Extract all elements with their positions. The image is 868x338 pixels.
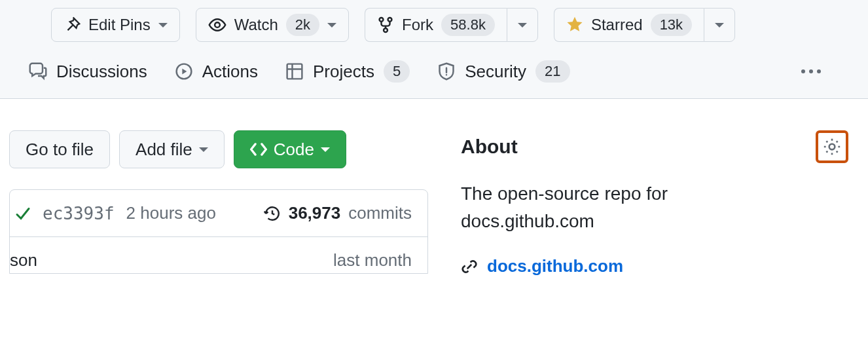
about-settings-button[interactable] [816,130,848,163]
svg-point-0 [215,22,220,28]
fork-button[interactable]: Fork 58.8k [365,8,507,42]
svg-rect-5 [287,64,302,79]
edit-pins-label: Edit Pins [88,16,151,34]
repo-tabs: Discussions Actions Projects 5 Security … [0,60,868,98]
star-button-group: Starred 13k [554,8,735,42]
dot [801,69,805,73]
file-name: son [10,250,37,271]
projects-icon [285,62,304,81]
tab-label: Discussions [56,62,147,82]
more-tabs-button[interactable] [796,64,826,79]
about-link-text: docs.github.com [487,256,623,276]
svg-point-1 [380,18,384,22]
tab-security[interactable]: Security 21 [437,60,570,83]
commit-count: 36,973 [289,203,341,223]
caret-down-icon [715,23,724,28]
tab-label: Projects [313,62,374,82]
fork-label: Fork [402,16,433,34]
watch-button[interactable]: Watch 2k [196,8,349,42]
star-dropdown[interactable] [704,8,735,42]
svg-point-6 [829,144,835,150]
commit-sha: ec3393f [43,204,115,223]
fork-dropdown[interactable] [507,8,538,42]
tab-label: Security [465,62,526,82]
star-count: 13k [651,14,692,36]
tab-projects[interactable]: Projects 5 [285,60,410,83]
eye-icon [208,16,226,34]
commit-summary: ec3393f 2 hours ago 36,973 commits son l… [9,189,428,274]
about-link[interactable]: docs.github.com [461,256,848,276]
caret-down-icon [327,23,336,28]
fork-button-group: Fork 58.8k [365,8,538,42]
starred-button[interactable]: Starred 13k [554,8,704,42]
actions-icon [175,62,193,81]
svg-point-2 [388,18,392,22]
caret-down-icon [199,147,208,152]
security-count: 21 [535,60,570,83]
about-section: About The open-source repo for docs.gith… [428,130,868,276]
edit-pins-button[interactable]: Edit Pins [51,8,180,42]
latest-commit[interactable]: ec3393f 2 hours ago 36,973 commits [10,190,427,237]
commit-time: 2 hours ago [126,203,216,223]
watch-label: Watch [234,16,278,34]
add-file-button[interactable]: Add file [119,130,225,168]
file-time: last month [333,250,412,271]
tab-label: Actions [202,62,258,82]
watch-count: 2k [286,14,319,36]
code-button[interactable]: Code [234,130,346,168]
history-icon [264,205,281,222]
projects-count: 5 [384,60,410,83]
svg-point-3 [384,28,388,32]
code-label: Code [274,140,314,160]
dot [817,69,821,73]
caret-down-icon [321,147,330,152]
pin-icon [63,16,81,33]
tab-discussions[interactable]: Discussions [29,62,147,82]
shield-icon [437,62,456,81]
caret-down-icon [158,23,168,28]
tab-actions[interactable]: Actions [175,62,258,82]
caret-down-icon [518,23,527,28]
link-icon [461,258,478,275]
dot [809,69,813,73]
star-icon [566,16,583,33]
about-title: About [461,136,518,158]
add-file-label: Add file [136,140,192,160]
about-description: The open-source repo for docs.github.com [461,180,736,235]
gear-icon [822,137,842,157]
check-icon [15,206,31,221]
discussions-icon [29,62,47,81]
commit-word: commits [348,203,412,223]
fork-icon [377,16,394,33]
repo-action-buttons: Edit Pins Watch 2k Fork 58.8k [0,8,868,60]
code-icon [250,141,267,158]
go-to-file-button[interactable]: Go to file [9,130,110,168]
file-row[interactable]: son last month [10,237,427,273]
go-to-file-label: Go to file [26,140,94,160]
fork-count: 58.8k [441,14,495,36]
starred-label: Starred [591,16,643,34]
file-actions: Go to file Add file Code [9,130,428,168]
